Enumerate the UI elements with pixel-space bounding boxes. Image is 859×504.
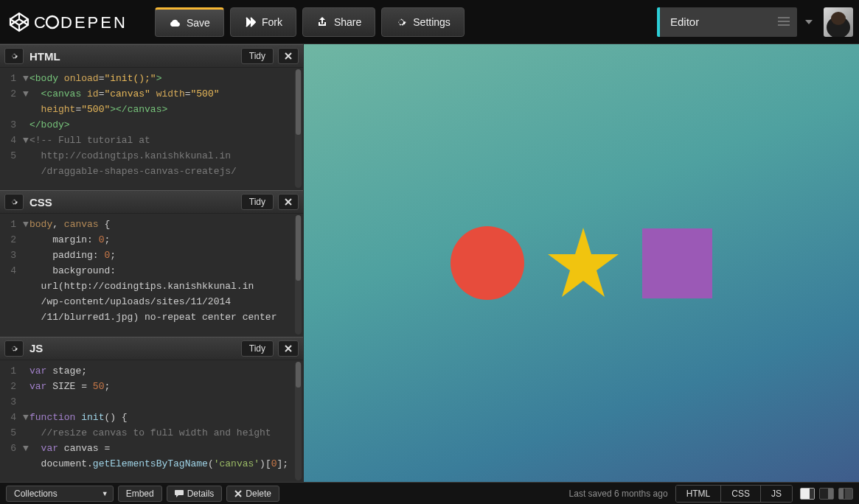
delete-button[interactable]: Delete xyxy=(226,486,279,502)
codepen-logo[interactable]: C DEPEN xyxy=(6,11,152,33)
settings-button[interactable]: Settings xyxy=(381,7,465,37)
svg-text:DEPEN: DEPEN xyxy=(60,13,128,32)
tidy-button-css[interactable]: Tidy xyxy=(241,194,274,210)
cloud-save-icon xyxy=(169,17,181,29)
close-button-html[interactable] xyxy=(278,48,299,64)
preview-pane[interactable] xyxy=(304,44,859,482)
bottombar: Collections ▼ Embed Details Delete Last … xyxy=(0,482,859,504)
save-button[interactable]: Save xyxy=(155,7,224,37)
share-button[interactable]: Share xyxy=(302,7,375,37)
scrollbar-js[interactable] xyxy=(295,362,302,480)
close-icon xyxy=(234,490,242,497)
pane-title-html: HTML xyxy=(29,50,241,63)
pane-title-css: CSS xyxy=(29,196,241,209)
main-area: HTML Tidy 12 345 ▼<body onload="init();"… xyxy=(0,44,859,482)
close-button-css[interactable] xyxy=(278,194,299,210)
fork-label: Fork xyxy=(262,16,282,28)
view-tab-label: Editor xyxy=(670,15,699,28)
pane-settings-html[interactable] xyxy=(4,48,24,64)
view-tab-editor[interactable]: Editor xyxy=(657,7,797,37)
close-icon xyxy=(285,198,292,206)
pane-title-js: JS xyxy=(29,342,241,354)
shape-circle[interactable] xyxy=(451,226,524,300)
layout-left-icon[interactable] xyxy=(800,488,815,500)
share-label: Share xyxy=(334,16,361,28)
fork-button[interactable]: Fork xyxy=(230,7,296,37)
svg-point-3 xyxy=(46,16,58,28)
settings-label: Settings xyxy=(413,16,451,28)
svg-marker-5 xyxy=(548,228,619,297)
gear-icon xyxy=(10,344,18,353)
layout-split-icon[interactable] xyxy=(838,488,853,500)
chevron-down-icon: ▼ xyxy=(102,490,108,497)
pane-header-css: CSS Tidy xyxy=(0,190,303,214)
share-icon xyxy=(316,16,328,28)
status-text: Last saved 6 months ago xyxy=(569,489,668,499)
layout-switcher xyxy=(800,488,853,500)
shape-star[interactable] xyxy=(546,226,620,300)
editors-column: HTML Tidy 12 345 ▼<body onload="init();"… xyxy=(0,44,304,482)
layout-right-icon[interactable] xyxy=(819,488,834,500)
gear-icon xyxy=(10,52,18,60)
save-label: Save xyxy=(187,17,210,29)
gear-icon xyxy=(10,197,18,206)
seg-js[interactable]: JS xyxy=(761,486,792,502)
comment-icon xyxy=(175,490,184,497)
close-icon xyxy=(285,52,292,60)
scrollbar-css[interactable] xyxy=(295,215,302,334)
shape-square[interactable] xyxy=(642,228,712,298)
code-editor-html[interactable]: 12 345 ▼<body onload="init();"> ▼ <canva… xyxy=(0,68,303,189)
seg-html[interactable]: HTML xyxy=(676,486,722,502)
view-segment: HTML CSS JS xyxy=(675,485,793,503)
topbar: C DEPEN Save Fork Share Settings Editor xyxy=(0,0,859,44)
pane-css: CSS Tidy 1234 ▼body, canvas { margin: 0;… xyxy=(0,190,303,336)
gear-icon xyxy=(395,16,407,28)
code-editor-js[interactable]: 123456 var stage; var SIZE = 50; ▼functi… xyxy=(0,360,303,482)
collections-label: Collections xyxy=(14,489,58,499)
pane-html: HTML Tidy 12 345 ▼<body onload="init();"… xyxy=(0,44,303,190)
pane-header-html: HTML Tidy xyxy=(0,44,303,68)
close-button-js[interactable] xyxy=(278,340,299,357)
pane-header-js: JS Tidy xyxy=(0,337,303,360)
fork-icon xyxy=(244,16,256,28)
details-button[interactable]: Details xyxy=(167,486,223,502)
tidy-button-html[interactable]: Tidy xyxy=(241,48,274,64)
pane-settings-css[interactable] xyxy=(4,194,24,210)
delete-label: Delete xyxy=(246,489,271,499)
tidy-button-js[interactable]: Tidy xyxy=(241,340,274,357)
scrollbar-html[interactable] xyxy=(295,69,302,188)
pane-settings-js[interactable] xyxy=(4,340,24,357)
close-icon xyxy=(285,345,292,352)
collections-dropdown[interactable]: Collections ▼ xyxy=(6,486,114,502)
details-label: Details xyxy=(187,489,215,499)
embed-button[interactable]: Embed xyxy=(118,486,162,502)
avatar[interactable] xyxy=(824,7,853,37)
menu-icon xyxy=(778,15,790,28)
pane-js: JS Tidy 123456 var stage; var SIZE = 50;… xyxy=(0,337,303,482)
canvas-shapes xyxy=(451,226,712,300)
code-editor-css[interactable]: 1234 ▼body, canvas { margin: 0; padding:… xyxy=(0,214,303,335)
account-dropdown[interactable] xyxy=(800,7,818,37)
seg-css[interactable]: CSS xyxy=(721,486,761,502)
